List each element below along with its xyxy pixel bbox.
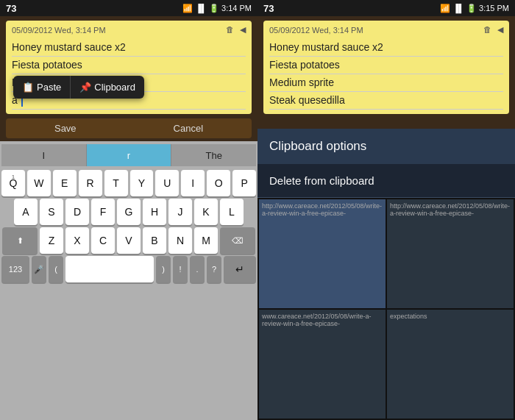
right-note-area: 05/09/2012 Wed, 3:14 PM 🗑 ◀ Honey mustar…: [263, 21, 509, 114]
clipboard-cell-1[interactable]: http://www.careace.net/2012/05/08/write-…: [259, 199, 386, 308]
note-actions: Save Cancel: [6, 118, 252, 138]
keyboard-row-3: ⬆ Z X C V B N M ⌫: [1, 227, 256, 254]
right-note-header: 05/09/2012 Wed, 3:14 PM 🗑 ◀: [269, 25, 503, 35]
right-signal: 73: [263, 3, 274, 14]
clipboard-menu-item[interactable]: 📌 Clipboard: [71, 76, 144, 99]
key-o[interactable]: O: [207, 170, 230, 196]
key-f[interactable]: F: [91, 199, 115, 225]
key-w[interactable]: W: [27, 170, 51, 196]
keyboard-suggestions: I r The: [1, 144, 256, 166]
right-note-content: Honey mustard sauce x2 Fiesta potatoes M…: [269, 39, 503, 110]
key-h[interactable]: H: [143, 199, 166, 225]
left-signal: 73: [6, 3, 16, 14]
clipboard-icon: 📌: [79, 82, 91, 93]
right-back-icon[interactable]: ◀: [497, 25, 503, 35]
key-i[interactable]: I: [181, 170, 205, 196]
key-close-paren[interactable]: ): [156, 256, 171, 282]
key-open-paren[interactable]: (: [49, 256, 63, 282]
clipboard-overlay: Clipboard options Delete from clipboard …: [258, 129, 515, 420]
key-return[interactable]: ↵: [224, 256, 256, 282]
key-v[interactable]: V: [117, 227, 141, 254]
back-icon[interactable]: ◀: [240, 25, 246, 35]
left-status-bar: 73 📶 ▐▌ 🔋 3:14 PM: [0, 0, 258, 16]
clipboard-cell-2[interactable]: http://www.careace.net/2012/05/08/write-…: [387, 199, 514, 308]
key-period-btn[interactable]: .: [190, 256, 205, 282]
key-a[interactable]: A: [14, 199, 38, 225]
key-b[interactable]: B: [143, 227, 166, 254]
left-time: 📶 ▐▌ 🔋 3:14 PM: [182, 4, 252, 13]
right-phone-panel: 73 📶 ▐▌ 🔋 3:15 PM 05/09/2012 Wed, 3:14 P…: [258, 0, 515, 420]
right-time: 📶 ▐▌ 🔋 3:15 PM: [440, 4, 509, 13]
context-menu[interactable]: 📋 Paste 📌 Clipboard: [13, 76, 144, 99]
clipboard-options-title: Clipboard options: [258, 129, 515, 164]
key-shift[interactable]: ⬆: [2, 227, 38, 254]
right-note-line-4: Steak quesedilla: [269, 92, 503, 110]
right-battery-icon: 🔋: [466, 4, 477, 13]
keyboard-row-2: A S D F G H J K L: [1, 199, 256, 225]
right-note-line-1: Honey mustard sauce x2: [269, 39, 503, 57]
clipboard-delete-item[interactable]: Delete from clipboard: [258, 164, 515, 198]
suggestion-right[interactable]: The: [171, 144, 256, 166]
key-n[interactable]: N: [168, 227, 192, 254]
keyboard-row-bottom: 123 🎤 ( ) ! . ? ↵: [1, 256, 256, 282]
right-note-line-2: Fiesta potatoes: [269, 57, 503, 74]
key-c[interactable]: C: [91, 227, 115, 254]
delete-icon[interactable]: 🗑: [226, 25, 234, 35]
keyboard: I r The 1Q W E R T Y U I O P A S D F G H…: [0, 141, 258, 420]
key-mic[interactable]: 🎤: [32, 256, 46, 282]
key-numbers[interactable]: 123: [1, 256, 29, 282]
clipboard-cell-4[interactable]: expectations: [387, 310, 514, 419]
key-z[interactable]: Z: [40, 227, 63, 254]
paste-icon: 📋: [22, 82, 34, 93]
right-note-line-3: Medium sprite: [269, 74, 503, 92]
key-q[interactable]: 1Q: [1, 170, 25, 196]
key-j[interactable]: J: [168, 199, 192, 225]
key-p[interactable]: P: [232, 170, 256, 196]
key-e[interactable]: E: [53, 170, 77, 196]
suggestion-middle[interactable]: r: [87, 144, 172, 166]
clipboard-cell-3[interactable]: www.careace.net/2012/05/08/write-a-revie…: [259, 310, 386, 419]
key-m[interactable]: M: [194, 227, 218, 254]
cancel-button[interactable]: Cancel: [174, 123, 203, 134]
key-exclaim[interactable]: !: [173, 256, 188, 282]
key-y[interactable]: Y: [130, 170, 154, 196]
key-t[interactable]: T: [104, 170, 128, 196]
key-backspace[interactable]: ⌫: [220, 227, 255, 254]
left-note-area: 05/09/2012 Wed, 3:14 PM 🗑 ◀ Honey mustar…: [6, 21, 252, 114]
right-wifi-icon: 📶: [440, 4, 450, 13]
key-d[interactable]: D: [65, 199, 89, 225]
right-network-icon: ▐▌: [452, 4, 464, 13]
wifi-icon: 📶: [182, 4, 193, 13]
key-r[interactable]: R: [79, 170, 102, 196]
key-l[interactable]: L: [220, 199, 244, 225]
network-icon: ▐▌: [195, 4, 207, 13]
save-button[interactable]: Save: [54, 123, 77, 134]
clipboard-grid: http://www.careace.net/2012/05/08/write-…: [258, 198, 515, 420]
key-x[interactable]: X: [65, 227, 89, 254]
left-phone-panel: 73 📶 ▐▌ 🔋 3:14 PM 05/09/2012 Wed, 3:14 P…: [0, 0, 258, 420]
right-note-date: 05/09/2012 Wed, 3:14 PM: [269, 26, 363, 35]
note-line-1: Honey mustard sauce x2: [12, 39, 246, 57]
key-u[interactable]: U: [155, 170, 179, 196]
note-date: 05/09/2012 Wed, 3:14 PM: [12, 26, 106, 35]
note-line-2: Fiesta potatoes: [12, 57, 246, 74]
key-space[interactable]: [65, 256, 154, 282]
suggestion-left[interactable]: I: [1, 144, 87, 166]
key-question[interactable]: ?: [207, 256, 221, 282]
key-s[interactable]: S: [40, 199, 63, 225]
key-k[interactable]: K: [194, 199, 218, 225]
right-status-bar: 73 📶 ▐▌ 🔋 3:15 PM: [258, 0, 515, 16]
battery-icon: 🔋: [209, 4, 219, 13]
note-header-icons: 🗑 ◀: [226, 25, 246, 35]
note-content: Honey mustard sauce x2 Fiesta potatoes M…: [12, 39, 246, 110]
key-g[interactable]: G: [117, 199, 141, 225]
note-header: 05/09/2012 Wed, 3:14 PM 🗑 ◀: [12, 25, 246, 35]
paste-menu-item[interactable]: 📋 Paste: [13, 76, 71, 99]
keyboard-row-numbers-hint: 1Q W E R T Y U I O P: [1, 170, 256, 196]
right-delete-icon[interactable]: 🗑: [483, 25, 491, 35]
